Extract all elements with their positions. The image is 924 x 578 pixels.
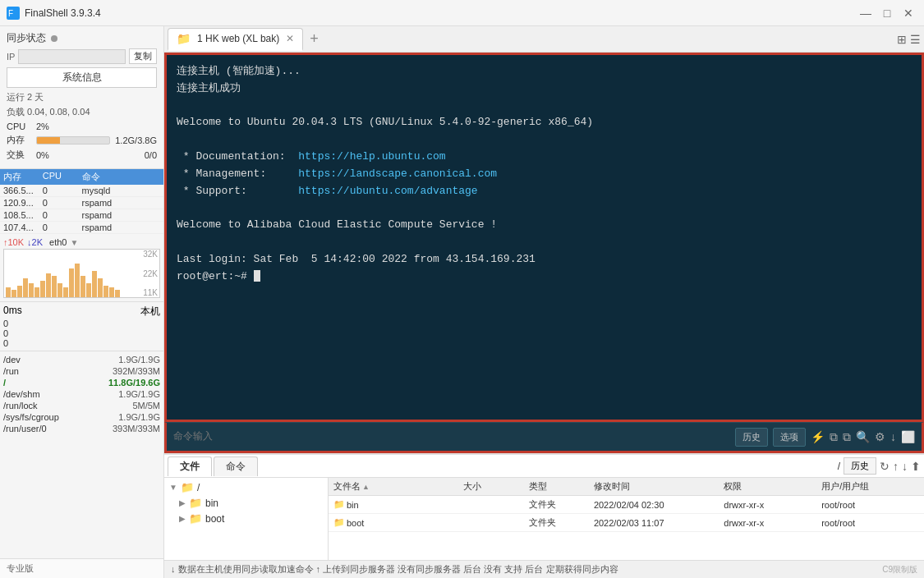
latency-value: 0ms xyxy=(3,305,22,319)
search-button[interactable]: 🔍 xyxy=(856,430,870,443)
close-button[interactable]: ✕ xyxy=(899,4,917,22)
col-header-type[interactable]: 类型 xyxy=(529,480,594,493)
mem-row: 内存 1.2G/3.8G xyxy=(7,134,157,146)
command-input[interactable] xyxy=(173,431,730,443)
tab-add-button[interactable]: + xyxy=(305,30,324,48)
copy-button[interactable]: ⧉ xyxy=(830,430,838,444)
lightning-button[interactable]: ⚡ xyxy=(811,430,825,443)
copyright-label: C9限制版 xyxy=(882,564,917,576)
net-dropdown-icon[interactable]: ▼ xyxy=(70,238,78,247)
sync-dot xyxy=(51,35,57,42)
minimize-button[interactable]: — xyxy=(857,4,875,22)
file-tabs: 文件 命令 / 历史 ↻ ↑ ↓ ⬆ xyxy=(164,455,924,478)
current-path: / xyxy=(838,461,840,472)
ip-label: IP xyxy=(7,52,15,62)
file-upload-button[interactable]: ↑ xyxy=(893,460,899,473)
file-download-button[interactable]: ↓ xyxy=(902,460,908,473)
cpu-row: CPU 2% xyxy=(7,122,157,131)
latency-vals: 0 0 0 xyxy=(3,319,160,348)
file-table: 文件名 ▲ 大小 类型 修改时间 权限 xyxy=(329,478,924,560)
mgmt-link: https://landscape.canonical.com xyxy=(298,167,497,180)
file-tab-commands[interactable]: 命令 xyxy=(214,456,258,476)
status-bar: ↓ 数据在主机使用同步读取加速命令 ↑ 上传到同步服务器 没有同步服务器 后台 … xyxy=(164,560,924,578)
copy-ip-button[interactable]: 复制 xyxy=(129,48,157,64)
swap-label: 交换 xyxy=(7,149,33,161)
file-refresh-button[interactable]: ↻ xyxy=(880,460,890,473)
disk-row-1: /run 392M/393M xyxy=(3,366,160,376)
terminal-line-1: 连接主机成功 xyxy=(177,80,912,98)
file-row-bin[interactable]: 📁 bin 文件夹 2022/02/04 02:30 drwxr-xr-x ro… xyxy=(329,496,924,514)
col-header-size[interactable]: 大小 xyxy=(463,480,528,493)
process-table-body: 366.5... 0 mysqld 120.9... 0 rspamd 108.… xyxy=(0,185,163,234)
swap-right: 0/0 xyxy=(145,150,157,160)
mem-size: 1.2G/3.8G xyxy=(115,135,157,145)
file-type-bin: 文件夹 xyxy=(529,498,594,511)
menu-button[interactable]: ☰ xyxy=(910,33,921,46)
proc-mem-header: 内存 xyxy=(3,171,43,183)
ip-input xyxy=(18,49,126,64)
latency-area: 0ms 本机 0 0 0 xyxy=(0,302,163,351)
proc-row-2: 108.5... 0 rspamd xyxy=(0,209,163,222)
terminal-area[interactable]: 连接主机 (智能加速)... 连接主机成功 Welcome to Ubuntu … xyxy=(164,53,924,422)
file-table-header: 文件名 ▲ 大小 类型 修改时间 权限 xyxy=(329,478,924,496)
maximize-terminal-button[interactable]: ⬜ xyxy=(901,430,915,443)
select-button[interactable]: 选项 xyxy=(773,428,806,447)
col-header-perms[interactable]: 权限 xyxy=(724,480,821,493)
col-header-date[interactable]: 修改时间 xyxy=(594,480,724,493)
tree-item-bin[interactable]: ▶ 📁 bin xyxy=(166,495,326,511)
latency-host: 本机 xyxy=(140,305,160,319)
paste-button[interactable]: ⧉ xyxy=(843,430,851,444)
swap-value: 0% xyxy=(36,150,49,160)
disk-row-3: /dev/shm 1.9G/1.9G xyxy=(3,389,160,399)
file-user-boot: root/root xyxy=(821,518,919,528)
file-browser: ▼ 📁 / ▶ 📁 bin ▶ 📁 boot xyxy=(164,478,924,560)
cpu-value: 2% xyxy=(36,122,56,131)
file-history-button[interactable]: 历史 xyxy=(844,457,876,475)
file-perms-bin: drwxr-xr-x xyxy=(724,500,821,510)
sidebar: 同步状态 IP 复制 系统信息 运行 2 天 负载 0.04, 0.08, 0.… xyxy=(0,26,164,578)
sys-info-button[interactable]: 系统信息 xyxy=(7,67,157,88)
disk-area: /dev 1.9G/1.9G /run 392M/393M / 11.8G/19… xyxy=(0,351,163,558)
proc-cpu-header: CPU xyxy=(43,171,82,183)
doc-link: https://help.ubuntu.com xyxy=(298,150,445,163)
history-button[interactable]: 历史 xyxy=(735,428,768,447)
maximize-button[interactable]: □ xyxy=(878,4,896,22)
file-row-boot[interactable]: 📁 boot 文件夹 2022/02/03 11:07 drwxr-xr-x r… xyxy=(329,514,924,532)
settings-button[interactable]: ⚙ xyxy=(875,430,885,443)
tree-item-boot[interactable]: ▶ 📁 boot xyxy=(166,511,326,526)
status-message: ↓ 数据在主机使用同步读取加速命令 ↑ 上传到同步服务器 没有同步服务器 后台 … xyxy=(171,563,618,576)
proc-mem-3: 107.4... xyxy=(3,222,43,232)
network-area: ↑10K ↓2K eth0 ▼ 32K 22K 11K xyxy=(0,234,163,302)
app-icon: F xyxy=(7,7,20,20)
tree-item-bin-label: bin xyxy=(205,498,218,509)
load-label: 负载 0.04, 0.08, 0.04 xyxy=(7,106,157,118)
file-tab-files[interactable]: 文件 xyxy=(168,456,212,476)
proc-cpu-2: 0 xyxy=(43,210,82,220)
sidebar-top: 同步状态 IP 复制 系统信息 运行 2 天 负载 0.04, 0.08, 0.… xyxy=(0,26,163,169)
cpu-label: CPU xyxy=(7,122,33,131)
file-more-button[interactable]: ⬆ xyxy=(911,460,921,473)
sort-arrow-name: ▲ xyxy=(362,483,370,491)
graph-bars xyxy=(4,250,159,297)
tab-close-button[interactable]: ✕ xyxy=(286,33,294,44)
file-perms-boot: drwxr-xr-x xyxy=(724,518,821,528)
expand-icon: ▼ xyxy=(169,483,177,492)
terminal-prompt-line: root@ert:~# xyxy=(177,268,912,286)
graph-label-32k: 32K xyxy=(143,250,158,259)
expand-icon-boot: ▶ xyxy=(179,514,186,523)
disk-row-5: /sys/fs/cgroup 1.9G/1.9G xyxy=(3,412,160,422)
cmd-toolbar: 历史 选项 ⚡ ⧉ ⧉ 🔍 ⚙ ↓ ⬜ xyxy=(735,428,915,447)
process-table-header: 内存 CPU 命令 xyxy=(0,169,163,185)
terminal-line-9: Welcome to Alibaba Cloud Elastic Compute… xyxy=(177,217,912,234)
right-panel: 📁 1 HK web (XL bak) ✕ + ⊞ ☰ 连接主机 (智能加速).… xyxy=(164,26,924,578)
scroll-down-button[interactable]: ↓ xyxy=(890,430,896,443)
proc-cpu-1: 0 xyxy=(43,198,82,208)
main-layout: 同步状态 IP 复制 系统信息 运行 2 天 负载 0.04, 0.08, 0.… xyxy=(0,26,924,578)
tab-folder-icon: 📁 xyxy=(177,32,191,45)
grid-view-button[interactable]: ⊞ xyxy=(897,33,907,46)
proc-row-0: 366.5... 0 mysqld xyxy=(0,185,163,197)
col-header-user[interactable]: 用户/用户组 xyxy=(821,480,919,493)
tab-1-hk-web[interactable]: 📁 1 HK web (XL bak) ✕ xyxy=(168,28,303,51)
tree-root[interactable]: ▼ 📁 / xyxy=(166,479,326,495)
col-header-name[interactable]: 文件名 ▲ xyxy=(333,480,463,493)
